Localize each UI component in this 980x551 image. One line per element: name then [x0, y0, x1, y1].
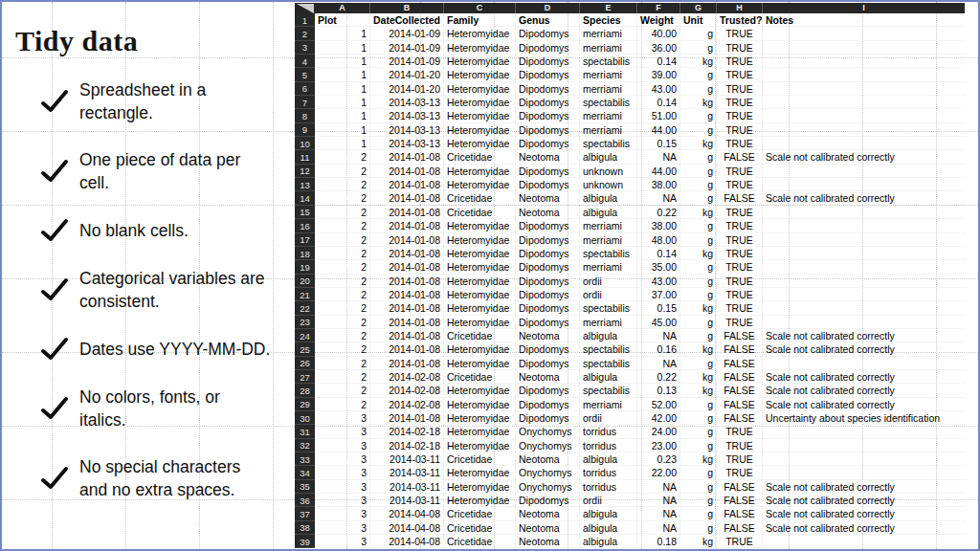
cell[interactable]: 2014-01-08: [370, 219, 444, 232]
cell[interactable]: [763, 41, 965, 55]
cell[interactable]: 38.00: [637, 178, 680, 191]
cell[interactable]: Heteromyidae: [444, 439, 516, 452]
cell[interactable]: [763, 219, 965, 232]
cell[interactable]: merriami: [580, 398, 637, 411]
cell[interactable]: Neotoma: [516, 206, 580, 219]
cell[interactable]: 0.18: [637, 535, 680, 548]
cell[interactable]: 2: [315, 219, 370, 232]
cell[interactable]: [763, 275, 965, 288]
cell[interactable]: Dipodomys: [516, 27, 580, 40]
cell[interactable]: 2: [315, 398, 370, 411]
row-number[interactable]: 7: [295, 96, 315, 109]
cell[interactable]: torridus: [580, 480, 637, 494]
cell[interactable]: [763, 535, 965, 548]
row-number[interactable]: 5: [295, 68, 315, 81]
cell[interactable]: spectabilis: [580, 301, 637, 315]
cell[interactable]: Cricetidae: [444, 206, 516, 219]
column-header-b[interactable]: B: [370, 3, 444, 13]
column-header-f[interactable]: F: [637, 3, 680, 13]
cell[interactable]: Neotoma: [516, 191, 580, 205]
cell[interactable]: g: [680, 357, 717, 370]
cell[interactable]: g: [680, 82, 717, 96]
cell[interactable]: Scale not calibrated correctly: [763, 370, 965, 384]
row-number[interactable]: 4: [295, 55, 315, 68]
row-number[interactable]: 2: [295, 27, 315, 40]
cell[interactable]: Dipodomys: [516, 301, 580, 315]
cell[interactable]: 0.15: [637, 301, 680, 315]
cell[interactable]: 2014-03-11: [370, 494, 444, 507]
cell[interactable]: NA: [637, 521, 680, 535]
cell[interactable]: 0.13: [637, 384, 680, 397]
cell[interactable]: kg: [680, 206, 717, 219]
cell[interactable]: 1: [315, 137, 370, 150]
cell[interactable]: 2014-03-11: [370, 452, 444, 466]
cell[interactable]: 45.00: [637, 316, 680, 329]
cell[interactable]: Dipodomys: [516, 178, 580, 191]
cell[interactable]: g: [680, 316, 717, 329]
cell[interactable]: g: [680, 165, 717, 178]
cell[interactable]: 2014-01-08: [370, 357, 444, 370]
cell[interactable]: 36.00: [637, 41, 680, 55]
cell[interactable]: Dipodomys: [516, 82, 580, 96]
cell[interactable]: g: [680, 150, 717, 164]
row-number[interactable]: 18: [295, 247, 315, 260]
cell[interactable]: Dipodomys: [516, 275, 580, 288]
cell[interactable]: Scale not calibrated correctly: [763, 480, 965, 494]
cell[interactable]: TRUE: [717, 137, 763, 150]
cell[interactable]: 3: [315, 466, 370, 479]
cell[interactable]: TRUE: [717, 109, 763, 122]
cell[interactable]: kg: [680, 301, 717, 315]
cell[interactable]: Heteromyidae: [444, 425, 516, 438]
cell[interactable]: 37.00: [637, 288, 680, 301]
cell[interactable]: Scale not calibrated correctly: [763, 398, 965, 411]
cell[interactable]: 2014-01-08: [370, 178, 444, 191]
cell[interactable]: Dipodomys: [516, 233, 580, 247]
cell[interactable]: albigula: [580, 150, 637, 164]
row-number[interactable]: 35: [295, 480, 315, 494]
cell[interactable]: g: [680, 233, 717, 247]
cell[interactable]: Scale not calibrated correctly: [763, 329, 965, 342]
cell[interactable]: Neotoma: [516, 452, 580, 466]
cell[interactable]: Cricetidae: [444, 535, 516, 548]
cell[interactable]: Neotoma: [516, 535, 580, 548]
row-number[interactable]: 37: [295, 507, 315, 520]
cell[interactable]: Neotoma: [516, 521, 580, 535]
cell[interactable]: [763, 68, 965, 81]
cell[interactable]: [763, 55, 965, 68]
row-number[interactable]: 21: [295, 288, 315, 301]
cell[interactable]: 2014-01-08: [370, 150, 444, 164]
row-number[interactable]: 8: [295, 109, 315, 122]
cell[interactable]: Species: [580, 13, 637, 27]
cell[interactable]: TRUE: [717, 219, 763, 232]
cell[interactable]: kg: [680, 96, 717, 109]
cell[interactable]: TRUE: [717, 439, 763, 452]
cell[interactable]: [763, 439, 965, 452]
cell[interactable]: 3: [315, 452, 370, 466]
cell[interactable]: 0.22: [637, 370, 680, 384]
cell[interactable]: 51.00: [637, 109, 680, 122]
cell[interactable]: NA: [637, 507, 680, 520]
cell[interactable]: [763, 466, 965, 479]
cell[interactable]: FALSE: [717, 191, 763, 205]
cell[interactable]: Dipodomys: [516, 316, 580, 329]
column-header-g[interactable]: G: [680, 3, 717, 13]
cell[interactable]: TRUE: [717, 260, 763, 274]
cell[interactable]: Onychomys: [516, 425, 580, 438]
cell[interactable]: Dipodomys: [516, 123, 580, 137]
row-number[interactable]: 39: [295, 535, 315, 548]
cell[interactable]: FALSE: [717, 384, 763, 397]
cell[interactable]: Dipodomys: [516, 55, 580, 68]
cell[interactable]: Heteromyidae: [444, 480, 516, 494]
cell[interactable]: merriami: [580, 316, 637, 329]
row-number[interactable]: 11: [295, 150, 315, 164]
cell[interactable]: merriami: [580, 82, 637, 96]
row-number[interactable]: 30: [295, 411, 315, 425]
column-header-d[interactable]: D: [516, 3, 580, 13]
cell[interactable]: 38.00: [637, 219, 680, 232]
cell[interactable]: [763, 357, 965, 370]
cell[interactable]: ordii: [580, 275, 637, 288]
cell[interactable]: Dipodomys: [516, 288, 580, 301]
cell[interactable]: [763, 288, 965, 301]
cell[interactable]: Dipodomys: [516, 68, 580, 81]
cell[interactable]: 2014-01-08: [370, 316, 444, 329]
